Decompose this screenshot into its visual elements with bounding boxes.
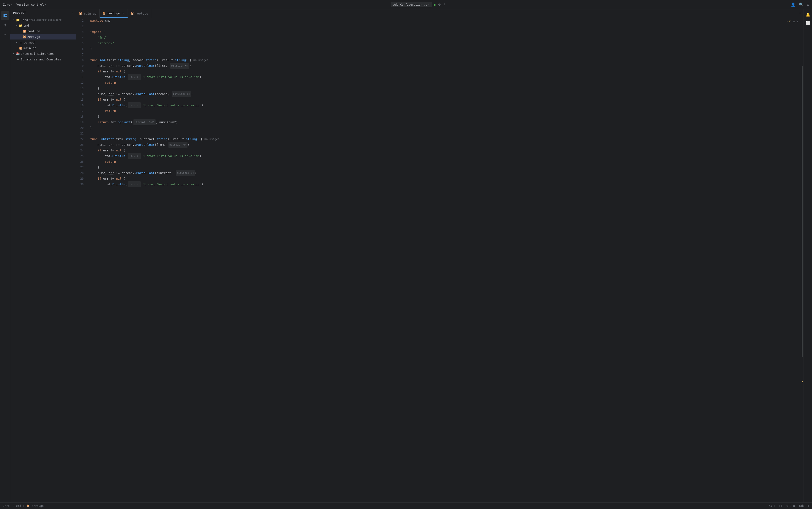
tree-item-go-mod[interactable]: ▶ ☰ go.mod bbox=[10, 39, 76, 45]
sidebar-title: Project bbox=[13, 11, 26, 14]
activity-project-icon[interactable] bbox=[1, 11, 9, 20]
tree-icon-scratches: ≡ bbox=[16, 57, 20, 61]
status-encoding[interactable]: UTF-8 bbox=[786, 504, 795, 508]
sidebar-header: Project ▾ bbox=[10, 9, 76, 16]
terminal-icon[interactable]: ⬜ bbox=[805, 20, 811, 26]
tab-bar-right: ⋮ bbox=[798, 12, 804, 15]
code-line-13: } bbox=[90, 86, 800, 91]
svg-rect-2 bbox=[5, 16, 7, 17]
tab-bar: 🐹 main.go 🐹 zero.go ✕ 🐹 root.go ⋮ bbox=[76, 9, 804, 18]
code-line-30: fmt.Println( a...: "Error: Second value … bbox=[90, 181, 800, 187]
tab-label-zero: zero.go bbox=[107, 11, 120, 15]
tree-label-zero-go: zero.go bbox=[27, 35, 40, 39]
tab-icon-main: 🐹 bbox=[79, 12, 82, 15]
code-line-18: } bbox=[90, 114, 800, 120]
svg-rect-1 bbox=[5, 14, 7, 15]
tree-item-root-go[interactable]: ▶ 🐹 root.go bbox=[10, 28, 76, 34]
code-editor[interactable]: package cmd import ( "fmt" "strconv" ) bbox=[88, 18, 800, 502]
activity-more-icon[interactable]: ⋯ bbox=[1, 30, 9, 39]
ln-18: 18 bbox=[76, 114, 86, 120]
code-line-8: func Add(first string, second string) (r… bbox=[90, 57, 800, 63]
run-config-chevron: ▾ bbox=[428, 3, 430, 6]
tab-root-go[interactable]: 🐹 root.go bbox=[128, 9, 151, 18]
code-line-26: return bbox=[90, 159, 800, 165]
activity-commit-icon[interactable] bbox=[1, 21, 9, 29]
status-project[interactable]: Zero bbox=[3, 504, 10, 508]
tree-icon-main: 🐹 bbox=[19, 46, 23, 50]
notifications-icon[interactable]: 🔔 bbox=[805, 11, 811, 18]
ln-17: 17 bbox=[76, 108, 86, 114]
titlebar-left: Zero ▾ Version control ▾ bbox=[3, 3, 46, 6]
code-line-21 bbox=[90, 131, 800, 136]
tree-label-cmd: cmd bbox=[24, 24, 29, 27]
vc-switcher[interactable]: Version control ▾ bbox=[16, 3, 46, 6]
tab-options-icon[interactable]: ⋮ bbox=[798, 12, 802, 15]
main-layout: ⋯ Project ▾ ▾ 📁 Zero ~/GolandProjects/Ze… bbox=[0, 9, 812, 502]
nav-arrows: ∧ ∨ bbox=[792, 19, 799, 24]
tree-icon-zero: 📁 bbox=[16, 18, 20, 22]
tree-item-ext-libs[interactable]: ▶ 📚 External Libraries bbox=[10, 51, 76, 57]
code-line-9: num1, err := strconv.ParseFloat(first, b… bbox=[90, 63, 800, 69]
status-indent[interactable]: Tab bbox=[799, 504, 804, 508]
tab-icon-zero: 🐹 bbox=[103, 12, 106, 15]
code-line-12: return bbox=[90, 80, 800, 86]
ln-12: 12 bbox=[76, 80, 86, 86]
code-line-15: if err != nil { bbox=[90, 97, 800, 102]
status-position[interactable]: 35:1 bbox=[769, 504, 776, 508]
tree-item-zero[interactable]: ▾ 📁 Zero ~/GolandProjects/Zero bbox=[10, 17, 76, 23]
project-switcher[interactable]: Zero ▾ bbox=[3, 3, 12, 6]
scrollbar-thumb[interactable] bbox=[802, 66, 803, 357]
editor-scrollbar[interactable] bbox=[800, 18, 804, 502]
tree-item-main-go[interactable]: ▶ 🐹 main.go bbox=[10, 45, 76, 51]
status-gear-icon: ⚙ bbox=[808, 504, 809, 508]
sidebar: Project ▾ ▾ 📁 Zero ~/GolandProjects/Zero… bbox=[10, 9, 76, 502]
code-line-23: num1, err := strconv.ParseFloat(from, bi… bbox=[90, 142, 800, 148]
code-container: 1 2 3 4 5 6 7 8 9 10 11 12 13 14 15 16 1 bbox=[76, 18, 804, 502]
tab-zero-go[interactable]: 🐹 zero.go ✕ bbox=[100, 9, 128, 18]
search-icon[interactable]: 🔍 bbox=[799, 2, 804, 7]
code-line-7 bbox=[90, 52, 800, 57]
tree-item-scratches[interactable]: ▶ ≡ Scratches and Consoles bbox=[10, 57, 76, 62]
settings-icon[interactable]: ⚙ bbox=[807, 2, 809, 7]
ln-20: 20 bbox=[76, 125, 86, 131]
tree-arrow-go-mod: ▶ bbox=[15, 41, 18, 44]
code-line-17: return bbox=[90, 108, 800, 114]
ln-6: 6 bbox=[76, 46, 86, 52]
status-bar-right: 35:1 LF UTF-8 Tab ⚙ bbox=[769, 504, 809, 508]
tree-label-go-mod: go.mod bbox=[24, 41, 35, 44]
code-line-10: if err != nil { bbox=[90, 69, 800, 74]
more-options-button[interactable]: ⋮ bbox=[442, 2, 446, 7]
tree-item-zero-go[interactable]: ▶ 🐹 zero.go bbox=[10, 34, 76, 39]
tree-icon-zero-go: 🐹 bbox=[23, 35, 26, 39]
status-bar: Zero › cmd › 🐹 zero.go 35:1 LF UTF-8 Tab… bbox=[0, 502, 812, 509]
code-line-6: ) bbox=[90, 46, 800, 52]
run-config-label: Add Configuration... bbox=[393, 3, 428, 6]
titlebar-right: 👤 🔍 ⚙ bbox=[791, 2, 809, 7]
code-line-19: return fmt.Sprintf( format: "%f", num1+n… bbox=[90, 120, 800, 125]
tab-main-go[interactable]: 🐹 main.go bbox=[76, 9, 100, 18]
ln-11: 11 bbox=[76, 74, 86, 80]
code-line-2 bbox=[90, 24, 800, 29]
status-settings-icon[interactable]: ⚙ bbox=[808, 504, 809, 508]
debug-button[interactable]: ⚙ bbox=[438, 2, 441, 7]
code-line-25: fmt.Println( a...: "Error: First value i… bbox=[90, 153, 800, 159]
status-position-label: 35:1 bbox=[769, 504, 776, 508]
ln-2: 2 bbox=[76, 24, 86, 29]
warning-badge[interactable]: ⚠ 2 bbox=[786, 20, 790, 23]
code-line-28: num2, err := strconv.ParseFloat(subtract… bbox=[90, 170, 800, 176]
tree-item-cmd[interactable]: ▾ 📁 cmd bbox=[10, 23, 76, 28]
ln-24: 24 bbox=[76, 148, 86, 153]
titlebar-center: Add Configuration... ▾ ▶ ⚙ ⋮ bbox=[391, 2, 446, 7]
tree-icon-go-mod: ☰ bbox=[19, 40, 23, 44]
status-line-ending[interactable]: LF bbox=[779, 504, 783, 508]
tab-close-zero[interactable]: ✕ bbox=[121, 12, 125, 15]
ln-21: 21 bbox=[76, 131, 86, 136]
nav-up-arrow[interactable]: ∧ bbox=[792, 19, 795, 24]
nav-down-arrow[interactable]: ∨ bbox=[796, 19, 799, 24]
run-config-dropdown[interactable]: Add Configuration... ▾ bbox=[391, 2, 432, 7]
profile-icon[interactable]: 👤 bbox=[791, 2, 796, 7]
tree-label-ext-libs: External Libraries bbox=[21, 52, 54, 56]
code-line-24: if err != nil { bbox=[90, 148, 800, 153]
ln-13: 13 bbox=[76, 86, 86, 91]
run-button[interactable]: ▶ bbox=[434, 2, 437, 7]
